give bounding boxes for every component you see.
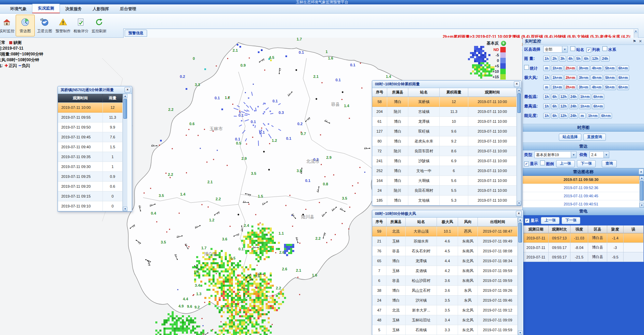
table-cell[interactable]: 5.3 — [440, 196, 468, 205]
table-cell[interactable]: 2019-07-11 09:59 — [478, 325, 518, 335]
period-button-6h[interactable]: 6h — [551, 103, 558, 109]
table-cell[interactable]: 24 — [372, 186, 387, 196]
period-button-1h+m[interactable]: 1h+m — [579, 103, 591, 109]
table-cell[interactable]: 38 — [372, 286, 387, 296]
table-cell[interactable]: 241 — [372, 156, 387, 166]
radar-list-scrollbar[interactable]: ▲ ▼ — [639, 176, 644, 207]
lightning-cell[interactable]: 博白县 — [588, 252, 607, 262]
rain-accumulation-window[interactable]: 08时~10时00分钟累积雨量×序号所属县站名累积雨量观测时间58博白英桥镇12… — [372, 80, 521, 206]
table-cell[interactable]: 容县 — [387, 276, 406, 286]
period-button-5h+m[interactable]: 5h+m — [604, 65, 616, 71]
period-button-24h[interactable]: 24h — [569, 113, 578, 119]
scroll-up-icon[interactable]: ▲ — [518, 218, 522, 222]
table-cell[interactable]: 博白 — [387, 256, 406, 266]
scroll-up-icon[interactable]: ▲ — [517, 88, 521, 93]
table-cell[interactable]: 2019-07-11 09:50 — [58, 122, 103, 132]
table-cell[interactable]: 4.5 — [437, 246, 458, 256]
period-button-5h+m[interactable]: 5h+m — [604, 84, 616, 90]
table-cell[interactable]: 2019-07-11 09:25 — [58, 172, 103, 182]
table-cell[interactable]: 卖酒镇 — [406, 266, 437, 276]
table-cell[interactable]: 2019-07-11 10:00 — [468, 97, 517, 107]
period-button-12h[interactable]: 12h — [559, 103, 568, 109]
period-button-3h+m[interactable]: 3h+m — [577, 65, 590, 71]
scrollbar-thumb[interactable] — [123, 99, 127, 119]
menu-tab-人影指挥[interactable]: 人影指挥 — [87, 5, 114, 13]
lightning-cell[interactable]: 2019-07-11 — [523, 233, 549, 243]
table-cell[interactable]: 12 — [103, 103, 123, 113]
table-cell[interactable]: 博白 — [387, 156, 408, 166]
table-cell[interactable]: 2019-07-11 09:12 — [478, 305, 518, 315]
period-button-5h+m[interactable]: 5h+m — [604, 75, 616, 81]
table-cell[interactable]: 西风 — [458, 227, 478, 236]
table-cell[interactable]: 博白 — [387, 127, 408, 136]
lightning-cell[interactable]: 博白县 — [588, 243, 607, 252]
table-cell[interactable]: 0 — [103, 201, 123, 211]
table-cell[interactable]: 3.4 — [437, 315, 458, 325]
table-cell[interactable]: 8.6 — [440, 146, 468, 156]
warning-info-tab[interactable]: 预警信息 — [125, 30, 147, 37]
toolbar-button-实时监控[interactable]: 实时监控 — [0, 15, 16, 36]
table-cell[interactable]: 5 — [372, 325, 387, 335]
table-cell[interactable]: 0.9 — [103, 172, 123, 182]
table-cell[interactable]: 2019-07-11 09:10 — [58, 201, 103, 211]
period-button-m[interactable]: m — [543, 65, 550, 71]
table-cell[interactable]: 2019-07-11 10:00 — [468, 107, 517, 117]
table-cell[interactable]: 10 — [440, 117, 468, 127]
table-cell[interactable]: 164 — [372, 176, 387, 186]
period-button-m[interactable]: m — [543, 84, 550, 90]
table-cell[interactable]: 2019-07-11 09:59 — [478, 276, 518, 286]
table-cell[interactable]: 185 — [372, 196, 387, 205]
period-button-12h[interactable]: 12h — [591, 56, 600, 62]
table-cell[interactable]: 48 — [372, 315, 387, 325]
table-cell[interactable]: 0 — [103, 191, 123, 201]
table-cell[interactable]: 古城镇 — [408, 107, 440, 117]
table-cell[interactable]: 2019-07-11 10:00 — [468, 186, 517, 196]
table-cell[interactable]: 东南风 — [458, 276, 478, 286]
table-cell[interactable]: 2019-07-11 09:15 — [58, 191, 103, 201]
table-cell[interactable]: 东风 — [458, 296, 478, 305]
table-cell[interactable]: 3.6 — [437, 276, 458, 286]
table-cell[interactable]: 龙潭镇 — [406, 256, 437, 266]
table-cell[interactable]: 2019-07-11 09:26 — [478, 286, 518, 296]
lightning-cell[interactable]: 2019-07-11 — [523, 252, 549, 262]
table-cell[interactable]: 6 — [440, 166, 468, 176]
table-cell[interactable]: 2019-07-11 10:00 — [468, 127, 517, 136]
table-cell[interactable]: 博白 — [387, 97, 408, 107]
table-cell[interactable]: 博白 — [387, 176, 408, 186]
scroll-down-icon[interactable]: ▼ — [640, 203, 644, 207]
toolbar-button-监控刷新[interactable]: 监控刷新 — [90, 15, 109, 36]
table-cell[interactable]: 玉林站旧址 — [406, 315, 437, 325]
close-icon[interactable]: × — [125, 87, 130, 93]
table-cell[interactable]: 玉林 — [387, 236, 406, 246]
table-cell[interactable]: 陆川 — [387, 107, 408, 117]
table-cell[interactable]: 东南风 — [458, 246, 478, 256]
period-button-4h+m[interactable]: 4h+m — [591, 84, 603, 90]
table-cell[interactable]: 沙陂镇 — [408, 156, 440, 166]
table-cell[interactable]: 9.9 — [103, 122, 123, 132]
table-cell[interactable]: 1.5 — [103, 142, 123, 152]
table-cell[interactable]: 9.2 — [440, 136, 468, 146]
checkbox-icon[interactable]: ✔ — [586, 48, 591, 52]
scrollbar-track[interactable] — [517, 93, 521, 201]
period-button-6h[interactable]: 6h — [551, 113, 558, 119]
table-cell[interactable]: 2019-07-11 10:00 — [468, 146, 517, 156]
scroll-down-icon[interactable]: ▼ — [518, 331, 522, 335]
period-button-2h+m[interactable]: 2h+m — [564, 75, 577, 81]
max-wind-window[interactable]: 08时~10时00分钟极大风×序号所属县站名极大风风向出现时间59北流大容山顶1… — [372, 210, 523, 335]
table-cell[interactable]: 12 — [440, 97, 468, 107]
period-button-2h[interactable]: 2h — [551, 56, 558, 62]
table-cell[interactable]: 文地一中 — [408, 166, 440, 176]
station-rain-detail-window[interactable]: 英桥镇(N5702)逐5分钟累计雨量×观测时间雨量2019-07-11 10:0… — [58, 86, 132, 212]
radar-image-item[interactable]: 2019-07-11 09:58:30 — [523, 176, 639, 184]
period-button-1h+m[interactable]: 1h+m — [579, 94, 591, 100]
window-titlebar[interactable]: 08时~10时00分钟累积雨量× — [372, 81, 521, 88]
layer-checkbox-水系[interactable]: 水系 — [602, 47, 618, 52]
timeline-button-直接查询[interactable]: 直接查询 — [583, 134, 606, 141]
toolbar-button-预警制作[interactable]: 预警制作 — [53, 15, 73, 36]
table-cell[interactable]: 良田车田村 — [408, 146, 440, 156]
table-cell[interactable]: 9.6 — [440, 127, 468, 136]
panel-close-button[interactable]: ✕ — [639, 39, 642, 43]
radar-image-item[interactable]: 2019-07-11 09:52:36 — [523, 184, 639, 192]
period-button-4h[interactable]: 4h — [567, 56, 574, 62]
table-cell[interactable]: 2019-07-11 08:47 — [478, 227, 518, 236]
